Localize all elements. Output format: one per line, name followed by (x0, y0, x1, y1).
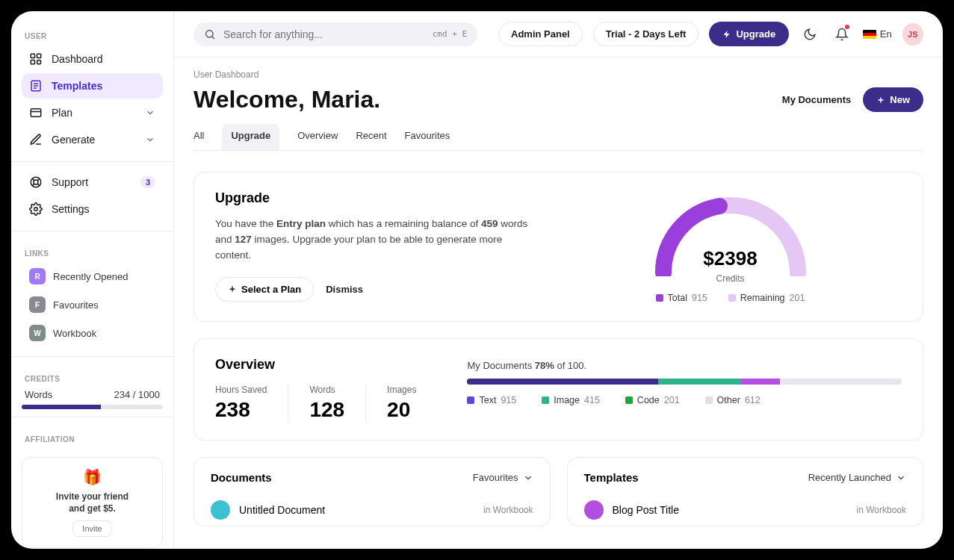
link-badge: W (29, 325, 46, 341)
stat-words: Words 128 (288, 385, 366, 422)
document-row[interactable]: Untitled Document in Workbook (211, 494, 533, 526)
credits-gauge: $2398 Credits (648, 190, 813, 276)
search-input[interactable] (223, 28, 425, 40)
grid-icon (29, 52, 43, 66)
plus-icon (228, 284, 237, 293)
breadcrumb: User Dashboard (193, 69, 923, 80)
upgrade-text: You have the Entry plan which has a rema… (215, 217, 536, 264)
gauge-value: $2398 (648, 247, 813, 270)
affiliation-card: 🎁 Invite your friend and get $5. Invite (22, 457, 163, 548)
support-badge: 3 (140, 176, 155, 188)
templates-filter-dropdown[interactable]: Recently Launched (808, 472, 906, 483)
tab-overview[interactable]: Overview (297, 124, 338, 150)
upgrade-button[interactable]: Upgrade (709, 22, 789, 46)
template-row[interactable]: Blog Post Title in Workbook (584, 494, 907, 526)
tab-all[interactable]: All (193, 124, 204, 150)
sidebar: USER Dashboard Templates Plan Generate S… (11, 11, 174, 549)
plan-icon (29, 106, 43, 119)
gauge-legend: Total915 Remaining201 (656, 293, 805, 303)
nav-label: Generate (52, 134, 95, 146)
overview-card: Overview Hours Saved 238 Words 128 Image… (193, 338, 923, 441)
link-workbook[interactable]: W Workbook (22, 320, 163, 346)
nav-generate[interactable]: Generate (22, 127, 163, 152)
gift-icon: 🎁 (30, 468, 155, 486)
overview-title: Overview (215, 357, 437, 373)
search[interactable]: cmd + E (193, 22, 477, 46)
template-icon (29, 79, 43, 93)
nav-label: Settings (52, 203, 90, 215)
tab-favourites[interactable]: Favourites (405, 124, 450, 150)
credits-progress (22, 405, 163, 409)
svg-point-9 (206, 30, 213, 37)
link-label: Favourites (53, 299, 99, 311)
svg-point-8 (34, 208, 38, 211)
nav-settings[interactable]: Settings (22, 196, 163, 222)
link-favourites[interactable]: F Favourites (22, 292, 163, 317)
template-location: in Workbook (857, 505, 906, 515)
chevron-down-icon (145, 108, 155, 118)
document-location: in Workbook (483, 505, 533, 515)
sidebar-section-affiliation: AFFILIATION (25, 435, 163, 444)
template-title: Blog Post Title (613, 504, 680, 516)
select-plan-button[interactable]: Select a Plan (215, 277, 314, 302)
document-avatar (211, 500, 230, 520)
lifebuoy-icon (29, 175, 43, 189)
overview-legend: Text915 Image415 Code201 Other612 (467, 395, 902, 405)
tab-upgrade[interactable]: Upgrade (222, 124, 279, 150)
nav-label: Dashboard (52, 53, 103, 65)
nav-label: Templates (52, 80, 102, 92)
svg-rect-5 (31, 109, 41, 117)
notification-dot (845, 25, 849, 29)
search-icon (204, 28, 216, 40)
sidebar-section-user: USER (25, 32, 163, 40)
nav-plan[interactable]: Plan (22, 100, 163, 125)
page-title: Welcome, Maria. (193, 86, 380, 113)
upgrade-title: Upgrade (215, 190, 536, 206)
language-switcher[interactable]: En (863, 28, 892, 40)
documents-filter-dropdown[interactable]: Favourites (473, 472, 533, 483)
credits-value: 234 / 1000 (114, 389, 160, 400)
templates-card: Templates Recently Launched Blog Post Ti… (567, 457, 924, 526)
moon-icon (803, 28, 817, 41)
affil-text: Invite your friend and get $5. (30, 491, 155, 514)
trial-status-button[interactable]: Trial - 2 Days Left (593, 22, 699, 46)
nav-templates[interactable]: Templates (22, 73, 163, 99)
link-label: Recently Opened (53, 271, 128, 282)
dismiss-button[interactable]: Dismiss (326, 284, 363, 295)
avatar[interactable]: JS (902, 23, 923, 46)
document-title: Untitled Document (239, 504, 325, 516)
bolt-icon (722, 30, 731, 39)
invite-button[interactable]: Invite (72, 520, 111, 537)
sidebar-section-credits: CREDITS (25, 375, 163, 383)
nav-support[interactable]: Support 3 (22, 169, 163, 195)
documents-card: Documents Favourites Untitled Document i… (193, 457, 551, 526)
templates-title: Templates (584, 471, 639, 484)
documents-title: Documents (211, 471, 272, 484)
theme-toggle[interactable] (799, 23, 820, 46)
my-documents-link[interactable]: My Documents (779, 88, 854, 111)
tab-recent[interactable]: Recent (356, 124, 386, 150)
gauge-label: Credits (648, 273, 813, 284)
new-button[interactable]: New (863, 87, 923, 112)
svg-rect-0 (31, 54, 34, 57)
link-badge: R (29, 268, 46, 284)
documents-breakdown-bar (467, 379, 902, 385)
stat-images: Images 20 (366, 385, 437, 422)
topbar: cmd + E Admin Panel Trial - 2 Days Left … (174, 11, 943, 57)
upgrade-card: Upgrade You have the Entry plan which ha… (193, 172, 923, 322)
link-recently-opened[interactable]: R Recently Opened (22, 264, 163, 289)
flag-icon (863, 30, 876, 39)
svg-point-3 (37, 60, 41, 64)
tabs: All Upgrade Overview Recent Favourites (193, 124, 923, 151)
gear-icon (29, 202, 43, 216)
overview-caption: My Documents 78% of 100. (467, 360, 902, 371)
chevron-down-icon (523, 473, 533, 483)
svg-rect-1 (37, 54, 41, 57)
nav-dashboard[interactable]: Dashboard (22, 46, 163, 72)
nav-label: Support (52, 176, 88, 188)
nav-label: Plan (52, 107, 72, 119)
pencil-icon (29, 133, 43, 146)
admin-panel-button[interactable]: Admin Panel (498, 22, 583, 46)
notifications-button[interactable] (831, 23, 852, 46)
svg-point-7 (34, 180, 38, 184)
